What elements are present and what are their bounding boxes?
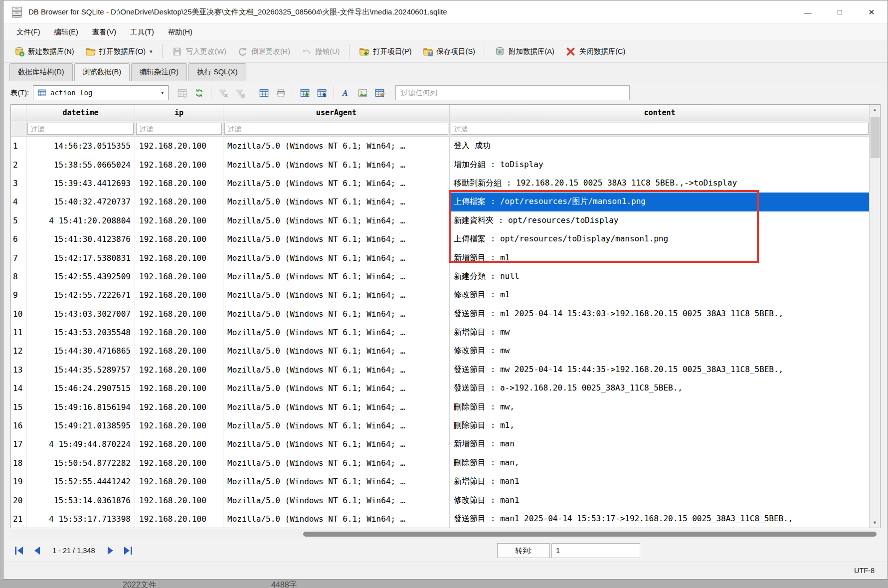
last-record-button[interactable] (121, 543, 136, 558)
edit-cell-button[interactable] (372, 85, 387, 101)
cell-content[interactable]: 新增節目 : m1 (450, 248, 870, 267)
filter-input-content[interactable] (451, 123, 869, 135)
cell-useragent[interactable]: Mozilla/5.0 (Windows NT 6.1; Win64; … (223, 342, 450, 360)
cell-useragent[interactable]: Mozilla/5.0 (Windows NT 6.1; Win64; … (223, 137, 450, 155)
cell-rownum[interactable]: 4 (11, 193, 26, 211)
cell-ip[interactable]: 192.168.20.100 (135, 193, 223, 211)
attach-database-button[interactable]: 附加数据库(A) (489, 43, 560, 60)
cell-ip[interactable]: 192.168.20.100 (135, 323, 223, 342)
cell-datetime[interactable]: 15:53:14.0361876 (26, 491, 135, 509)
cell-useragent[interactable]: Mozilla/5.0 (Windows NT 6.1; Win64; … (223, 286, 450, 304)
vertical-scrollbar-thumb[interactable] (871, 117, 880, 158)
cell-rownum[interactable]: 14 (11, 379, 26, 397)
goto-record-input[interactable] (551, 543, 640, 558)
cell-rownum[interactable]: 10 (11, 305, 26, 323)
cell-datetime[interactable]: 15:42:55.7222671 (26, 286, 135, 304)
cell-ip[interactable]: 192.168.20.100 (135, 305, 223, 323)
menu-item-tools[interactable]: 工具(T) (123, 25, 161, 39)
menu-item-file[interactable]: 文件(F) (9, 25, 47, 39)
cell-content[interactable]: 移動到新分組 : 192.168.20.15 0025 38A3 11C8 5B… (450, 174, 870, 193)
vertical-scrollbar[interactable]: ▲ ▼ (869, 105, 880, 528)
cell-content[interactable]: 刪除節目 : mw, (450, 397, 870, 416)
refresh-button[interactable] (191, 85, 207, 101)
cell-content[interactable]: 發送節目 : m1 2025-04-14 15:43:03->192.168.2… (450, 305, 870, 323)
cell-useragent[interactable]: Mozilla/5.0 (Windows NT 6.1; Win64; … (223, 397, 450, 416)
tab-browse[interactable]: 浏览数据(B) (74, 63, 130, 81)
cell-ip[interactable]: 192.168.20.100 (135, 435, 223, 453)
cell-ip[interactable]: 192.168.20.100 (135, 267, 223, 286)
cell-rownum[interactable]: 5 (11, 211, 26, 230)
next-record-button[interactable] (103, 543, 118, 558)
cell-datetime[interactable]: 15:50:54.8772282 (26, 454, 135, 472)
save-project-button[interactable]: 保存项目(S) (417, 43, 481, 60)
export-table-button[interactable] (297, 85, 313, 101)
cell-rownum[interactable]: 12 (11, 342, 26, 360)
cell-ip[interactable]: 192.168.20.100 (135, 379, 223, 397)
cell-datetime[interactable]: 15:49:21.0138595 (26, 416, 135, 435)
cell-useragent[interactable]: Mozilla/5.0 (Windows NT 6.1; Win64; … (223, 174, 450, 193)
column-header-ip[interactable]: ip (135, 105, 223, 121)
cell-content[interactable]: 修改節目 : mw (450, 342, 870, 360)
cell-datetime[interactable]: 15:39:43.4412693 (26, 174, 135, 193)
cell-ip[interactable]: 192.168.20.100 (135, 211, 223, 230)
menu-item-help[interactable]: 帮助(H) (161, 25, 199, 39)
cell-datetime[interactable]: 15:44:35.5289757 (26, 361, 135, 379)
cell-content[interactable]: 上傳檔案 : /opt/resources/图片/manson1.png (450, 193, 870, 211)
cell-ip[interactable]: 192.168.20.100 (135, 342, 223, 360)
cell-content[interactable]: 登入 成功 (450, 137, 870, 155)
cell-content[interactable]: 新建資料夾 : opt/resources/toDisplay (450, 211, 870, 230)
minimize-button[interactable]: — (792, 0, 824, 23)
cell-useragent[interactable]: Mozilla/5.0 (Windows NT 6.1; Win64; … (223, 248, 450, 267)
cell-useragent[interactable]: Mozilla/5.0 (Windows NT 6.1; Win64; … (223, 416, 450, 435)
scroll-up-icon[interactable]: ▲ (870, 105, 880, 115)
cell-ip[interactable]: 192.168.20.100 (135, 230, 223, 248)
cell-content[interactable]: 新增節目 : man1 (450, 472, 870, 491)
cell-useragent[interactable]: Mozilla/5.0 (Windows NT 6.1; Win64; … (223, 454, 450, 472)
cell-datetime[interactable]: 15:52:55.4441242 (26, 472, 135, 491)
cell-useragent[interactable]: Mozilla/5.0 (Windows NT 6.1; Win64; … (223, 155, 450, 174)
horizontal-scrollbar[interactable] (10, 529, 881, 539)
cell-rownum[interactable]: 16 (11, 416, 26, 435)
cell-rownum[interactable]: 2 (11, 155, 26, 174)
first-record-button[interactable] (11, 543, 26, 558)
column-header-rownum[interactable] (11, 105, 26, 121)
prev-record-button[interactable] (29, 543, 44, 558)
cell-content[interactable]: 新增節目 : man (450, 435, 870, 453)
cell-datetime[interactable]: 15:38:55.0665024 (26, 155, 135, 174)
cell-useragent[interactable]: Mozilla/5.0 (Windows NT 6.1; Win64; … (223, 323, 450, 342)
cell-datetime[interactable]: 15:44:30.4716865 (26, 342, 135, 360)
filter-input-ip[interactable] (136, 123, 222, 135)
chevron-down-icon[interactable]: ▾ (150, 48, 153, 55)
font-button[interactable]: A (338, 85, 354, 101)
cell-useragent[interactable]: Mozilla/5.0 (Windows NT 6.1; Win64; … (223, 305, 450, 323)
cell-rownum[interactable]: 19 (11, 472, 26, 491)
cell-content[interactable]: 刪除節目 : m1, (450, 416, 870, 435)
image-view-button[interactable] (355, 85, 370, 101)
cell-content[interactable]: 上傳檔案 : opt/resources/toDisplay/manson1.p… (450, 230, 870, 248)
cell-datetime[interactable]: 15:40:32.4720737 (26, 193, 135, 211)
cell-useragent[interactable]: Mozilla/5.0 (Windows NT 6.1; Win64; … (223, 230, 450, 248)
cell-rownum[interactable]: 13 (11, 361, 26, 379)
cell-ip[interactable]: 192.168.20.100 (135, 174, 223, 193)
cell-rownum[interactable]: 15 (11, 397, 26, 416)
filter-input-userAgent[interactable] (224, 123, 448, 135)
cell-useragent[interactable]: Mozilla/5.0 (Windows NT 6.1; Win64; … (223, 491, 450, 509)
cell-content[interactable]: 發送節目 : a->192.168.20.15 0025_38A3_11C8_5… (450, 379, 870, 397)
cell-rownum[interactable]: 11 (11, 323, 26, 342)
open-project-button[interactable]: 打开项目(P) (354, 43, 417, 60)
cell-useragent[interactable]: Mozilla/5.0 (Windows NT 6.1; Win64; … (223, 435, 450, 453)
cell-datetime[interactable]: 15:42:55.4392509 (26, 267, 135, 286)
goto-button[interactable]: 转到: (497, 543, 550, 558)
tab-structure[interactable]: 数据库结构(D) (9, 63, 73, 81)
cell-rownum[interactable]: 21 (11, 510, 26, 528)
cell-ip[interactable]: 192.168.20.100 (135, 510, 223, 528)
cell-ip[interactable]: 192.168.20.100 (135, 361, 223, 379)
cell-ip[interactable]: 192.168.20.100 (135, 416, 223, 435)
column-header-datetime[interactable]: datetime (26, 105, 135, 121)
cell-useragent[interactable]: Mozilla/5.0 (Windows NT 6.1; Win64; … (223, 379, 450, 397)
filter-any-column-input[interactable] (395, 85, 630, 100)
save-view-button[interactable] (314, 85, 330, 101)
new-database-button[interactable]: 新建数据库(N) (8, 43, 80, 60)
cell-useragent[interactable]: Mozilla/5.0 (Windows NT 6.1; Win64; … (223, 193, 450, 211)
cell-rownum[interactable]: 9 (11, 286, 26, 304)
